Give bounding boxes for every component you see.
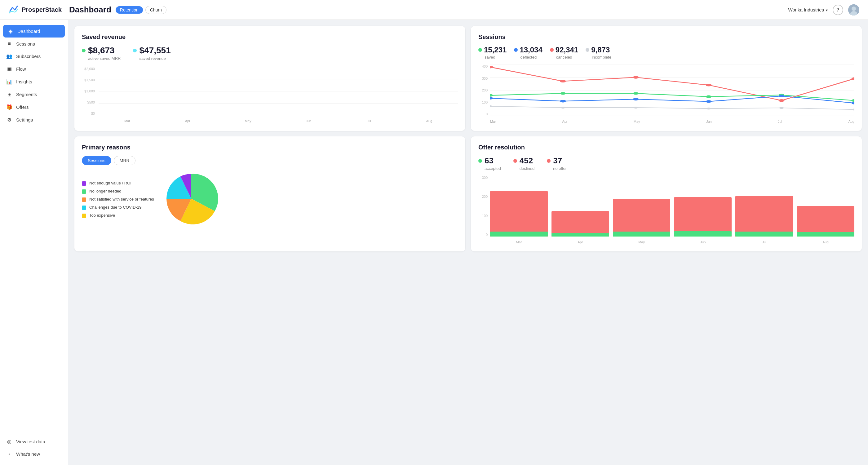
x-label-mar: Mar (99, 119, 156, 123)
stacked-bar-may (613, 176, 671, 237)
bar-mar-declined (490, 191, 548, 237)
bar-jul-declined (735, 196, 793, 237)
insights-icon: 📊 (6, 79, 12, 85)
offer-x-aug: Aug (797, 240, 855, 244)
retention-badge[interactable]: Retention (116, 6, 143, 13)
sidebar: ◉ Dashboard ≡ Sessions 👥 Subscribers ▣ F… (0, 20, 68, 465)
tab-mrr[interactable]: MRR (114, 156, 135, 165)
sidebar-label-insights: Insights (16, 79, 32, 84)
y-label-1000: $1,000 (82, 89, 97, 93)
x-label-jul: Jul (340, 119, 397, 123)
sidebar-item-view-test-data[interactable]: ◎ View test data (0, 435, 68, 448)
sessions-y-axis: 400 300 200 100 0 (478, 64, 489, 116)
svg-point-14 (490, 94, 493, 96)
sidebar-item-offers[interactable]: 🎁 Offers (0, 101, 68, 114)
sidebar-item-insights[interactable]: 📊 Insights (0, 75, 68, 88)
sidebar-label-view-test-data: View test data (16, 439, 45, 444)
x-label-may: May (219, 119, 277, 123)
stat-accepted: 63 accepted (478, 156, 501, 171)
saved-revenue-title: Saved revenue (82, 33, 458, 41)
svg-point-9 (560, 80, 566, 83)
bar-mar-accepted (490, 231, 548, 237)
sessions-title: Sessions (478, 33, 855, 41)
legend-not-satisfied: Not satisfied with service or features (82, 197, 154, 202)
stacked-bar-mar (490, 176, 548, 237)
x-label-jun: Jun (280, 119, 337, 123)
stat-canceled: 92,341 canceled (550, 45, 578, 60)
sidebar-label-subscribers: Subscribers (16, 54, 41, 59)
legend-dot-orange (82, 197, 86, 202)
no-offer-label: no offer (547, 166, 567, 171)
stat-no-offer: 37 no offer (547, 156, 567, 171)
accepted-value: 63 (485, 156, 494, 165)
revenue-dot (133, 49, 137, 52)
svg-point-24 (779, 95, 785, 97)
logo-area: ProsperStack (9, 5, 62, 15)
churn-badge[interactable]: Churn (145, 6, 166, 14)
legend-no-longer-needed: No longer needed (82, 189, 154, 194)
sidebar-item-settings[interactable]: ⚙ Settings (0, 114, 68, 126)
declined-value: 452 (520, 156, 533, 165)
svg-point-19 (851, 99, 855, 102)
sidebar-label-segments: Segments (16, 92, 37, 97)
subscribers-icon: 👥 (6, 53, 12, 59)
canceled-dot (550, 48, 554, 52)
sidebar-item-subscribers[interactable]: 👥 Subscribers (0, 50, 68, 63)
offer-x-jul: Jul (735, 240, 793, 244)
sidebar-label-settings: Settings (16, 117, 33, 122)
legend-label-3: Challenges due to COVID-19 (89, 205, 142, 210)
sidebar-item-dashboard[interactable]: ◉ Dashboard (3, 25, 65, 37)
legend-not-enough-value: Not enough value / ROI (82, 181, 154, 186)
content-grid: Saved revenue $8,673 active saved MRR $4… (68, 20, 868, 465)
header: ProsperStack Dashboard Retention Churn W… (0, 0, 868, 20)
x-label-apr: Apr (159, 119, 216, 123)
mrr-dot (82, 49, 86, 52)
help-button[interactable]: ? (833, 5, 843, 15)
y-label-1500: $1,500 (82, 78, 97, 82)
bar-x-labels: Mar Apr May Jun Jul Aug (99, 116, 458, 123)
svg-point-23 (706, 100, 712, 103)
offer-resolution-title: Offer resolution (478, 144, 855, 151)
offer-resolution-card: Offer resolution 63 accepted 452 decline… (471, 136, 862, 251)
logo-text: ProsperStack (22, 6, 62, 13)
bar-aug-declined (797, 206, 855, 237)
legend-dot-cyan (82, 206, 86, 210)
sidebar-label-whats-new: What's new (16, 452, 40, 457)
svg-point-11 (706, 84, 712, 86)
svg-point-29 (707, 107, 711, 110)
sessions-icon: ≡ (6, 41, 12, 46)
bar-jun-declined (674, 197, 732, 237)
offer-x-mar: Mar (490, 240, 548, 244)
bar-may-accepted (613, 231, 671, 237)
header-right: Wonka Industries ? (788, 4, 859, 16)
stacked-bar-jun (674, 176, 732, 237)
sidebar-item-flow[interactable]: ▣ Flow (0, 63, 68, 75)
avatar[interactable] (848, 4, 859, 16)
primary-reasons-card: Primary reasons Sessions MRR Not enough … (74, 136, 465, 251)
stacked-bar-jul (735, 176, 793, 237)
saved-dot (478, 48, 482, 52)
offer-x-may: May (613, 240, 671, 244)
sidebar-item-sessions[interactable]: ≡ Sessions (0, 37, 68, 50)
offer-x-labels: Mar Apr May Jun Jul Aug (490, 237, 855, 244)
stacked-bar-apr (552, 176, 609, 237)
legend-label-1: No longer needed (89, 189, 121, 193)
sessions-card: Sessions 15,231 saved 13,034 deflected (471, 26, 862, 131)
deflected-label: deflected (514, 55, 542, 60)
svg-point-1 (851, 6, 856, 11)
company-selector[interactable]: Wonka Industries (788, 7, 828, 12)
tab-sessions[interactable]: Sessions (82, 156, 111, 165)
bar-may-declined (613, 199, 671, 237)
sidebar-item-whats-new[interactable]: ● What's new (0, 448, 68, 460)
revenue-label: saved revenue (133, 56, 165, 61)
svg-point-26 (490, 105, 492, 107)
stat-saved: 15,231 saved (478, 45, 506, 60)
sidebar-item-segments[interactable]: ⊞ Segments (0, 88, 68, 101)
bar-apr-accepted (552, 233, 609, 237)
svg-point-22 (633, 98, 639, 100)
accepted-dot (478, 159, 482, 163)
legend-dot-green (82, 189, 86, 194)
whats-new-icon: ● (6, 452, 12, 456)
stacked-bars (490, 176, 855, 237)
saved-revenue-stats: $8,673 active saved MRR $47,551 saved re… (82, 45, 458, 61)
